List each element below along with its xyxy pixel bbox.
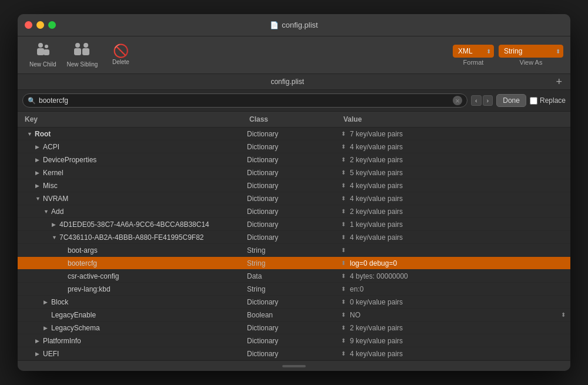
- disclosure-triangle[interactable]: ▼: [52, 235, 58, 240]
- value-stepper[interactable]: ⬍: [341, 182, 346, 189]
- value-stepper[interactable]: ⬍: [341, 130, 346, 137]
- value-stepper[interactable]: ⬍: [341, 195, 346, 202]
- search-clear-button[interactable]: ×: [453, 96, 462, 105]
- value-stepper[interactable]: ⬍: [341, 247, 346, 253]
- toolbar-actions: New Child New Sibling 🚫 Delete: [25, 40, 450, 70]
- class-text: Dictionary: [247, 324, 341, 332]
- value-stepper[interactable]: ⬍: [341, 337, 346, 344]
- key-text: Misc: [43, 182, 58, 190]
- header-value: Value: [341, 114, 566, 125]
- table-row[interactable]: csr-active-configData⬍4 bytes: 00000000: [18, 270, 570, 283]
- replace-label: Replace: [540, 96, 566, 105]
- disclosure-triangle[interactable]: ▶: [44, 325, 49, 331]
- table-row[interactable]: ▶ACPIDictionary⬍4 key/value pairs: [18, 140, 570, 153]
- table-row[interactable]: ▶DevicePropertiesDictionary⬍2 key/value …: [18, 153, 570, 166]
- table-row[interactable]: ▶MiscDictionary⬍4 key/value pairs: [18, 179, 570, 192]
- disclosure-triangle[interactable]: ▶: [35, 183, 41, 189]
- table-row[interactable]: ▶BlockDictionary⬍0 key/value pairs: [18, 296, 570, 309]
- value-stepper[interactable]: ⬍: [341, 273, 346, 279]
- table-row[interactable]: ▶LegacySchemaDictionary⬍2 key/value pair…: [18, 322, 570, 334]
- disclosure-triangle[interactable]: ▶: [35, 338, 41, 344]
- value-stepper[interactable]: ⬍: [341, 286, 346, 292]
- disclosure-triangle[interactable]: ▶: [44, 299, 49, 305]
- class-text: Dictionary: [247, 220, 341, 229]
- table-row[interactable]: ▼NVRAMDictionary⬍4 key/value pairs: [18, 192, 570, 205]
- replace-checkbox[interactable]: [530, 97, 537, 105]
- value-text: ⬍: [341, 247, 566, 253]
- class-text: Dictionary: [247, 143, 341, 151]
- disclosure-triangle[interactable]: ▼: [44, 209, 49, 215]
- table-row[interactable]: LegacyEnableBoolean⬍NO⬍: [18, 309, 570, 322]
- table-row[interactable]: ▶PlatformInfoDictionary⬍9 key/value pair…: [18, 334, 570, 347]
- value-stepper[interactable]: ⬍: [341, 324, 346, 331]
- disclosure-triangle[interactable]: ▶: [35, 170, 41, 176]
- view-as-select-wrapper[interactable]: String Data: [499, 45, 563, 58]
- value-stepper[interactable]: ⬍: [341, 260, 346, 266]
- nav-buttons: ‹ ›: [471, 95, 493, 106]
- table-row[interactable]: ▶UEFIDictionary⬍4 key/value pairs: [18, 347, 570, 360]
- tab-bar: config.plist +: [18, 74, 570, 90]
- traffic-lights: [25, 21, 56, 29]
- value-stepper[interactable]: ⬍: [341, 143, 346, 150]
- delete-button[interactable]: 🚫 Delete: [103, 42, 138, 68]
- prev-result-button[interactable]: ‹: [471, 95, 482, 106]
- value-text: ⬍2 key/value pairs: [341, 156, 566, 164]
- key-text: LegacySchema: [51, 324, 100, 332]
- value-stepper[interactable]: ⬍: [341, 350, 346, 357]
- new-child-button[interactable]: New Child: [25, 40, 61, 70]
- table-row[interactable]: ▼RootDictionary⬍7 key/value pairs: [18, 128, 570, 140]
- format-label: Format: [463, 59, 484, 66]
- value-stepper[interactable]: ⬍: [341, 169, 346, 176]
- table-row[interactable]: ▶KernelDictionary⬍5 key/value pairs: [18, 166, 570, 179]
- format-select-wrapper[interactable]: XML JSON: [453, 45, 494, 58]
- minimize-button[interactable]: [36, 21, 44, 29]
- table-row[interactable]: prev-lang:kbdString⬍en:0: [18, 283, 570, 296]
- value-text: ⬍4 key/value pairs: [341, 143, 566, 151]
- close-button[interactable]: [25, 21, 32, 29]
- table-row[interactable]: ▼7C436110-AB2A-4BBB-A880-FE41995C9F82Dic…: [18, 231, 570, 244]
- search-input[interactable]: [39, 96, 450, 105]
- value-stepper[interactable]: ⬍: [341, 299, 346, 305]
- tab-add-button[interactable]: +: [552, 75, 566, 89]
- disclosure-triangle[interactable]: ▶: [52, 222, 58, 227]
- key-text: csr-active-config: [68, 272, 119, 280]
- disclosure-triangle[interactable]: ▶: [35, 144, 41, 150]
- disclosure-triangle[interactable]: ▼: [35, 196, 41, 202]
- key-text: NVRAM: [43, 195, 68, 203]
- value-text: ⬍log=0 debug=0: [341, 259, 566, 267]
- title-label: config.plist: [282, 21, 318, 29]
- view-as-label: View As: [520, 59, 543, 66]
- view-as-select[interactable]: String Data: [499, 45, 563, 58]
- toolbar: New Child New Sibling 🚫 Delete: [18, 36, 570, 74]
- class-text: Dictionary: [247, 350, 341, 358]
- tab-title: config.plist: [22, 74, 552, 89]
- done-button[interactable]: Done: [496, 94, 526, 107]
- value-stepper[interactable]: ⬍: [341, 221, 346, 227]
- value-stepper[interactable]: ⬍: [341, 156, 346, 163]
- disclosure-triangle[interactable]: ▶: [35, 351, 41, 357]
- svg-point-0: [38, 43, 43, 48]
- table-row[interactable]: ▼AddDictionary⬍2 key/value pairs: [18, 205, 570, 218]
- value-stepper[interactable]: ⬍: [341, 234, 346, 240]
- class-text: Dictionary: [247, 233, 341, 242]
- maximize-button[interactable]: [48, 21, 56, 29]
- table-row[interactable]: bootercfgString⬍log=0 debug=0: [18, 257, 570, 270]
- view-as-group: String Data View As: [499, 45, 563, 66]
- new-sibling-button[interactable]: New Sibling: [62, 40, 103, 70]
- window-title: 📄 config.plist: [270, 21, 318, 29]
- next-result-button[interactable]: ›: [483, 95, 493, 106]
- disclosure-triangle[interactable]: ▶: [35, 157, 41, 163]
- class-text: Data: [247, 272, 341, 280]
- value-stepper[interactable]: ⬍: [341, 208, 346, 215]
- disclosure-triangle[interactable]: ▼: [27, 131, 33, 137]
- table-row[interactable]: boot-argsString⬍: [18, 244, 570, 257]
- bottom-bar: [18, 360, 570, 371]
- value-stepper[interactable]: ⬍: [341, 312, 346, 318]
- key-text: UEFI: [43, 350, 59, 358]
- svg-rect-7: [82, 48, 89, 55]
- table-row[interactable]: ▶4D1EDE05-38C7-4A6A-9CC6-4BCCA8B38C14Dic…: [18, 218, 570, 231]
- right-stepper[interactable]: ⬍: [561, 312, 566, 318]
- format-select[interactable]: XML JSON: [453, 45, 494, 58]
- new-child-icon: [35, 42, 51, 60]
- delete-icon: 🚫: [113, 45, 129, 58]
